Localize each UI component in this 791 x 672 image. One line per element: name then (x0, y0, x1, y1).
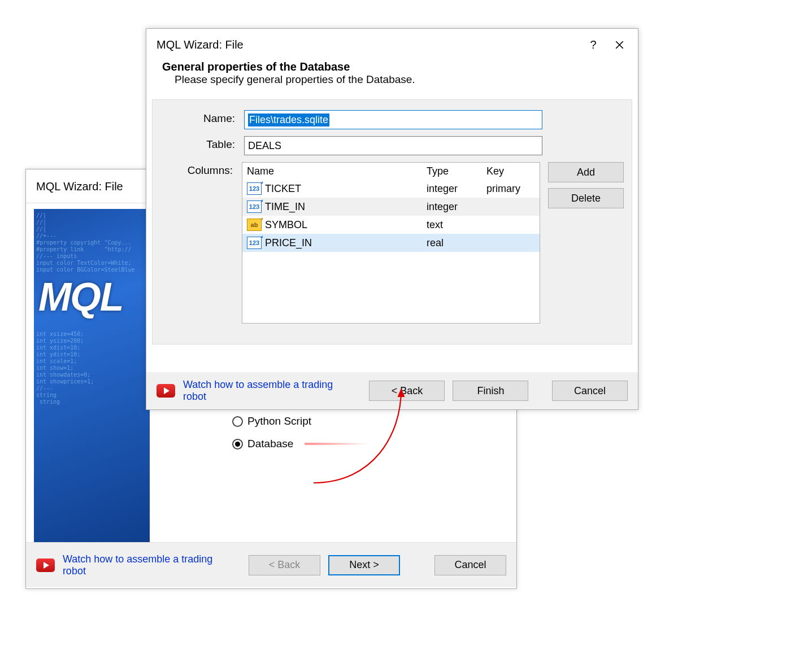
column-row[interactable]: 123TIME_IN integer (242, 198, 540, 216)
real-type-icon: 123 (247, 237, 262, 249)
back-button[interactable]: < Back (369, 381, 445, 401)
col-header-name: Name (247, 165, 427, 177)
table-value: DEALS (248, 140, 281, 152)
col-header-key: Key (486, 165, 545, 177)
integer-type-icon: 123 (247, 182, 262, 195)
page-subheading: Please specify general properties of the… (162, 73, 622, 86)
column-row[interactable]: 123PRICE_IN real (242, 234, 540, 252)
name-input[interactable]: Files\trades.sqlite (244, 110, 542, 129)
columns-label: Columns: (160, 162, 242, 177)
table-label: Table: (160, 136, 244, 151)
columns-header: Name Type Key (242, 163, 540, 180)
column-row[interactable]: 123TICKET integer primary (242, 180, 540, 198)
add-column-button[interactable]: Add (548, 162, 624, 182)
columns-list[interactable]: Name Type Key 123TICKET integer primary … (242, 162, 540, 324)
wizard-database-dialog: MQL Wizard: File ? General properties of… (146, 28, 638, 410)
close-button[interactable] (606, 33, 632, 56)
dialog-title: MQL Wizard: File (157, 38, 244, 51)
text-type-icon: ab (247, 219, 262, 231)
cancel-button[interactable]: Cancel (434, 555, 506, 575)
delete-column-button[interactable]: Delete (548, 188, 624, 208)
next-button[interactable]: Next > (328, 555, 400, 575)
col-header-type: Type (427, 165, 486, 177)
name-label: Name: (160, 110, 244, 125)
watch-video-link[interactable]: Watch how to assemble a trading robot (63, 553, 233, 577)
table-input[interactable]: DEALS (244, 136, 542, 155)
finish-button[interactable]: Finish (453, 381, 528, 401)
option-database[interactable]: Database (232, 433, 516, 455)
back-button: < Back (249, 555, 320, 575)
radio-icon (232, 416, 243, 427)
title-text: MQL Wizard: File (36, 180, 123, 193)
integer-type-icon: 123 (247, 200, 262, 213)
page-heading: General properties of the Database (162, 60, 622, 73)
option-python-script[interactable]: Python Script (232, 410, 516, 433)
cancel-button[interactable]: Cancel (552, 381, 628, 401)
watch-video-link[interactable]: Watch how to assemble a trading robot (183, 379, 354, 403)
mql-logo: MQL (38, 294, 123, 300)
youtube-icon[interactable] (36, 558, 55, 572)
radio-icon (232, 439, 243, 450)
option-label: Database (247, 438, 293, 450)
name-value: Files\trades.sqlite (248, 114, 329, 126)
highlight-glow (305, 442, 372, 446)
option-label: Python Script (247, 415, 311, 427)
wizard-banner: //| //| //| //+--- #property copyright "… (34, 209, 150, 542)
help-button[interactable]: ? (580, 33, 606, 56)
youtube-icon[interactable] (157, 384, 175, 398)
column-row[interactable]: abSYMBOL text (242, 216, 540, 234)
close-icon (615, 41, 624, 49)
